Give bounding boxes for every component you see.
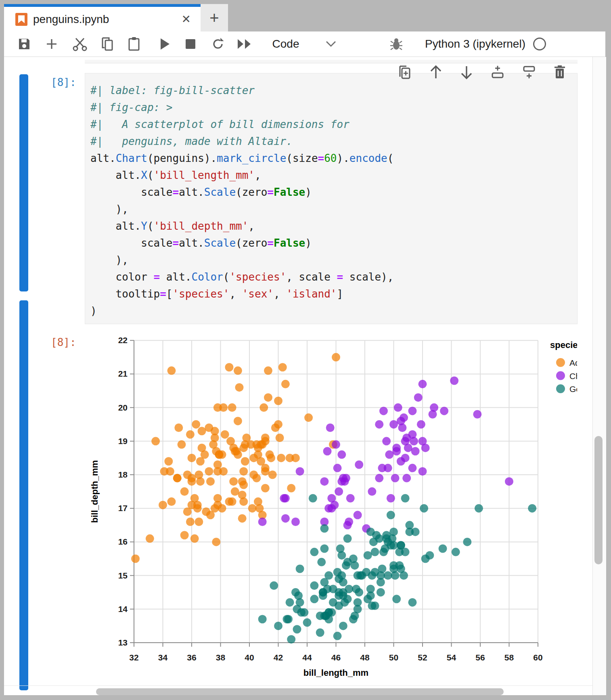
data-point[interactable] xyxy=(339,622,347,630)
data-point[interactable] xyxy=(234,367,242,375)
data-point[interactable] xyxy=(310,581,318,590)
data-point[interactable] xyxy=(278,363,287,371)
data-point[interactable] xyxy=(206,477,215,486)
data-point[interactable] xyxy=(440,407,448,415)
data-point[interactable] xyxy=(377,588,385,597)
data-point[interactable] xyxy=(323,447,332,455)
data-point[interactable] xyxy=(401,437,410,445)
data-point[interactable] xyxy=(215,451,223,459)
data-point[interactable] xyxy=(463,538,471,546)
data-point[interactable] xyxy=(284,615,293,623)
data-point[interactable] xyxy=(241,440,249,449)
data-point[interactable] xyxy=(281,380,290,388)
data-point[interactable] xyxy=(225,497,233,506)
horizontal-scrollbar-thumb[interactable] xyxy=(96,688,504,695)
data-point[interactable] xyxy=(354,571,362,580)
data-point[interactable] xyxy=(391,571,400,580)
data-point[interactable] xyxy=(213,494,222,503)
data-point[interactable] xyxy=(234,451,242,459)
data-point[interactable] xyxy=(291,454,300,462)
input-collapser[interactable] xyxy=(19,74,28,291)
data-point[interactable] xyxy=(402,474,411,482)
data-point[interactable] xyxy=(389,420,398,429)
data-point[interactable] xyxy=(327,504,336,513)
vertical-scrollbar-track[interactable] xyxy=(592,57,606,695)
data-point[interactable] xyxy=(392,447,401,455)
scatter-chart[interactable]: 3234363840424446485052545658601314151617… xyxy=(89,325,577,686)
data-point[interactable] xyxy=(326,423,335,432)
data-point[interactable] xyxy=(430,403,438,412)
data-point[interactable] xyxy=(281,494,290,503)
restart-kernel-button[interactable] xyxy=(209,31,227,57)
data-point[interactable] xyxy=(417,420,425,429)
data-point[interactable] xyxy=(188,454,196,462)
data-point[interactable] xyxy=(159,501,167,509)
data-point[interactable] xyxy=(310,595,318,603)
data-point[interactable] xyxy=(231,487,239,496)
data-point[interactable] xyxy=(414,393,423,402)
data-point[interactable] xyxy=(221,430,229,439)
data-point[interactable] xyxy=(346,494,355,503)
data-point[interactable] xyxy=(296,467,304,476)
data-point[interactable] xyxy=(421,555,430,563)
data-point[interactable] xyxy=(235,383,243,392)
insert-cell-below-icon[interactable] xyxy=(522,65,536,80)
data-point[interactable] xyxy=(277,454,285,462)
data-point[interactable] xyxy=(319,591,327,600)
data-point[interactable] xyxy=(270,581,278,590)
move-cell-down-icon[interactable] xyxy=(460,65,473,80)
data-point[interactable] xyxy=(405,521,414,529)
data-point[interactable] xyxy=(379,407,388,415)
data-point[interactable] xyxy=(362,568,370,576)
data-point[interactable] xyxy=(167,497,176,506)
data-point[interactable] xyxy=(205,467,213,476)
data-point[interactable] xyxy=(345,585,353,593)
data-point[interactable] xyxy=(258,518,267,526)
data-point[interactable] xyxy=(333,464,342,472)
data-point[interactable] xyxy=(421,444,430,452)
data-point[interactable] xyxy=(400,413,408,422)
move-cell-up-icon[interactable] xyxy=(429,65,443,80)
data-point[interactable] xyxy=(229,477,238,486)
data-point[interactable] xyxy=(309,494,317,503)
data-point[interactable] xyxy=(186,518,195,526)
data-point[interactable] xyxy=(398,423,406,432)
data-point[interactable] xyxy=(388,534,396,543)
close-tab-icon[interactable]: ✕ xyxy=(182,14,191,25)
new-tab-button[interactable]: + xyxy=(201,4,228,31)
data-point[interactable] xyxy=(473,410,481,419)
interrupt-kernel-button[interactable] xyxy=(183,31,198,57)
restart-run-all-button[interactable] xyxy=(235,31,254,57)
data-point[interactable] xyxy=(418,467,427,476)
insert-cell-above-icon[interactable] xyxy=(490,65,505,80)
data-point[interactable] xyxy=(382,437,391,445)
duplicate-cell-icon[interactable] xyxy=(398,65,412,80)
data-point[interactable] xyxy=(408,464,416,472)
data-point[interactable] xyxy=(255,504,264,513)
data-point[interactable] xyxy=(320,578,329,587)
data-point[interactable] xyxy=(366,591,375,600)
data-point[interactable] xyxy=(324,608,333,617)
data-point[interactable] xyxy=(475,504,483,513)
data-point[interactable] xyxy=(228,403,236,412)
data-point[interactable] xyxy=(418,380,427,388)
data-point[interactable] xyxy=(337,477,346,486)
data-point[interactable] xyxy=(239,480,248,489)
data-point[interactable] xyxy=(258,615,267,623)
data-point[interactable] xyxy=(264,393,272,402)
data-point[interactable] xyxy=(146,534,154,543)
data-point[interactable] xyxy=(343,595,352,603)
data-point[interactable] xyxy=(238,514,247,523)
data-point[interactable] xyxy=(384,571,392,580)
data-point[interactable] xyxy=(195,518,203,526)
data-point[interactable] xyxy=(368,487,376,496)
data-point[interactable] xyxy=(198,427,206,435)
data-point[interactable] xyxy=(234,417,242,425)
data-point[interactable] xyxy=(332,440,340,449)
data-point[interactable] xyxy=(239,497,248,506)
data-point[interactable] xyxy=(166,467,174,476)
data-point[interactable] xyxy=(294,591,303,600)
data-point[interactable] xyxy=(401,494,410,503)
data-point[interactable] xyxy=(188,477,196,486)
data-point[interactable] xyxy=(411,447,420,455)
